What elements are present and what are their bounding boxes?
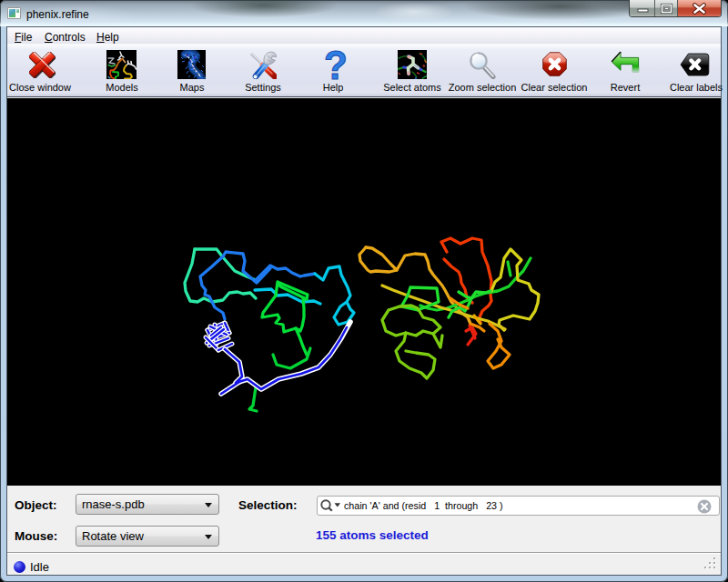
svg-text:?: ? xyxy=(324,48,348,81)
